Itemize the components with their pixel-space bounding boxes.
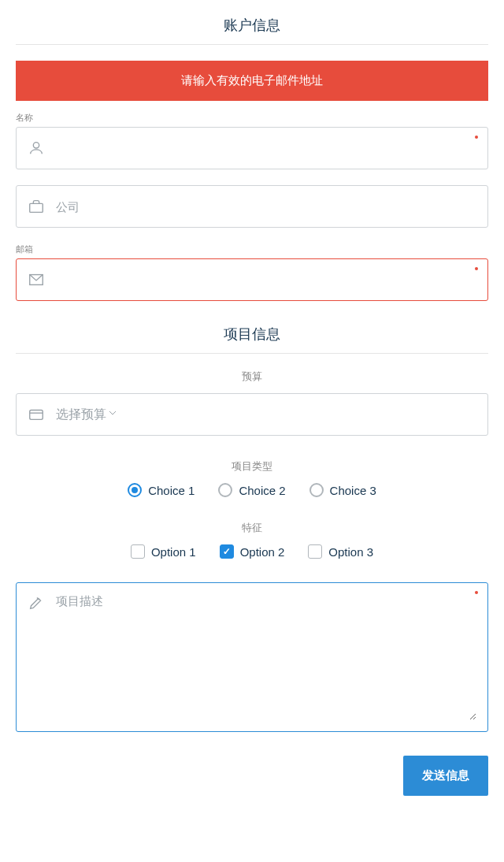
svg-point-0 [33, 143, 39, 148]
checkbox-label: Option 2 [240, 545, 285, 559]
checkbox-icon [308, 544, 322, 559]
name-input[interactable] [56, 142, 476, 155]
radio-icon [128, 483, 142, 497]
project-type-label: 项目类型 [16, 459, 488, 474]
name-label: 名称 [16, 112, 488, 124]
features-group: Option 1 Option 2 Option 3 [16, 544, 488, 559]
checkbox-icon [220, 544, 234, 559]
project-type-group: Choice 1 Choice 2 Choice 3 [16, 483, 488, 497]
submit-row: 发送信息 [16, 756, 488, 796]
radio-label: Choice 3 [330, 484, 376, 497]
account-section-title: 账户信息 [16, 16, 488, 45]
checkbox-label: Option 1 [151, 545, 196, 559]
radio-choice-1[interactable]: Choice 1 [128, 483, 195, 497]
svg-rect-1 [30, 203, 43, 212]
description-textarea[interactable] [56, 594, 476, 720]
checkbox-label: Option 3 [328, 545, 373, 559]
checkbox-option-2[interactable]: Option 2 [220, 544, 285, 559]
checkbox-option-1[interactable]: Option 1 [131, 544, 196, 559]
email-input-wrap[interactable] [16, 258, 488, 301]
radio-icon [218, 483, 232, 497]
required-indicator [475, 267, 478, 270]
radio-label: Choice 2 [239, 484, 285, 497]
user-icon [28, 139, 45, 157]
budget-placeholder: 选择预算 [56, 407, 106, 423]
description-wrap[interactable] [16, 582, 488, 732]
required-indicator [475, 591, 478, 594]
company-input-wrap[interactable] [16, 185, 488, 228]
mail-icon [28, 271, 45, 288]
project-section-title: 项目信息 [16, 325, 488, 354]
wallet-icon [28, 406, 45, 423]
radio-choice-3[interactable]: Choice 3 [309, 483, 376, 497]
budget-label: 预算 [16, 370, 488, 384]
error-banner: 请输入有效的电子邮件地址 [16, 61, 488, 101]
required-indicator [475, 136, 478, 139]
email-input[interactable] [56, 273, 476, 287]
chevron-down-icon [106, 407, 119, 422]
radio-label: Choice 1 [148, 484, 195, 497]
briefcase-icon [28, 198, 45, 215]
name-input-wrap[interactable] [16, 127, 488, 169]
checkbox-option-3[interactable]: Option 3 [308, 544, 373, 559]
radio-icon [309, 483, 324, 497]
pencil-icon [28, 594, 45, 611]
company-input[interactable] [56, 200, 476, 214]
radio-choice-2[interactable]: Choice 2 [218, 483, 285, 497]
features-label: 特征 [16, 521, 488, 535]
submit-button[interactable]: 发送信息 [403, 756, 488, 796]
email-label: 邮箱 [16, 243, 488, 255]
budget-select[interactable]: 选择预算 [16, 393, 488, 436]
svg-rect-3 [30, 411, 43, 420]
checkbox-icon [131, 544, 145, 559]
